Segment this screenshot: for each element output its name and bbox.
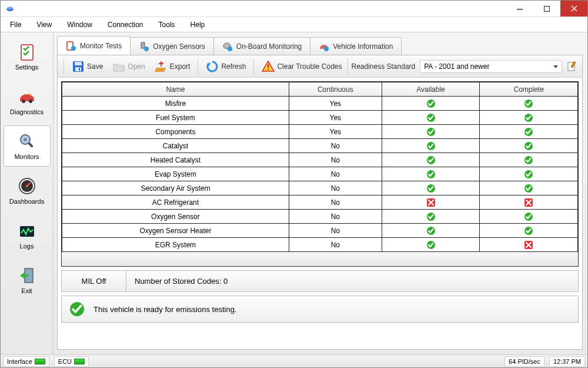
nav-exit[interactable]: Exit: [4, 260, 51, 301]
cell-continuous: Yes: [289, 125, 382, 139]
save-label: Save: [87, 62, 103, 71]
table-row[interactable]: ComponentsYes: [62, 125, 578, 139]
svg-rect-11: [28, 142, 34, 148]
export-button[interactable]: Export: [151, 58, 195, 75]
open-icon: [112, 60, 125, 73]
save-button[interactable]: Save: [68, 58, 107, 75]
table-row[interactable]: Oxygen Sensor HeaterNo: [62, 224, 578, 238]
svg-rect-35: [268, 69, 269, 70]
nav-label: Exit: [21, 287, 32, 294]
menu-window[interactable]: Window: [60, 18, 99, 31]
monitor-table: Name Continuous Available Complete Misfi…: [61, 81, 579, 267]
table-row[interactable]: AC RefrigerantNo: [62, 195, 578, 210]
close-button[interactable]: [560, 1, 587, 16]
cell-complete: [480, 181, 578, 195]
cell-complete: [480, 125, 578, 139]
cell-complete: [480, 195, 578, 210]
table-row[interactable]: MisfireYes: [62, 97, 578, 111]
cell-available: [382, 153, 480, 167]
gauge-icon: [18, 177, 36, 195]
toolbar: Save Open Export Refresh C: [58, 55, 582, 78]
col-available[interactable]: Available: [382, 82, 480, 97]
cell-complete: [480, 224, 578, 238]
table-footer: [62, 252, 578, 266]
svg-rect-34: [268, 64, 269, 68]
tab-label: On-Board Monitoring: [236, 42, 302, 51]
nav-diagnostics[interactable]: Diagnostics: [4, 81, 51, 122]
cell-continuous: No: [289, 210, 382, 224]
svg-rect-22: [141, 42, 145, 48]
edit-standard-button[interactable]: [567, 61, 579, 72]
sidebar: Settings Diagnostics Monitors Dashboards…: [1, 32, 54, 354]
cell-available: [382, 210, 480, 224]
table-row[interactable]: Fuel SystemYes: [62, 111, 578, 125]
cell-complete: [480, 153, 578, 167]
svg-point-12: [24, 138, 27, 141]
svg-point-21: [71, 46, 76, 51]
cell-continuous: No: [289, 224, 382, 238]
open-button[interactable]: Open: [108, 58, 149, 75]
cell-complete: [480, 97, 578, 111]
led-icon: [35, 359, 45, 364]
svg-marker-31: [158, 61, 164, 67]
menu-view[interactable]: View: [29, 18, 59, 31]
title-bar: [1, 1, 587, 17]
col-continuous[interactable]: Continuous: [289, 82, 382, 97]
oxygen-sensors-icon: [139, 41, 149, 52]
tab-vehicle-information[interactable]: Vehicle Information: [310, 37, 402, 55]
readiness-select[interactable]: PA - 2001 and newer: [420, 60, 562, 73]
stored-codes: Number of Stored Codes: 0: [126, 271, 578, 291]
nav-logs[interactable]: Logs: [4, 215, 51, 256]
col-name[interactable]: Name: [62, 82, 289, 97]
cell-name: AC Refrigerant: [62, 195, 289, 210]
menu-help[interactable]: Help: [183, 18, 212, 31]
cell-name: EGR System: [62, 238, 289, 252]
menu-file[interactable]: File: [3, 18, 28, 31]
minimize-button[interactable]: [506, 1, 533, 16]
car-icon: [18, 87, 36, 106]
svg-rect-30: [79, 68, 80, 71]
cell-name: Secondary Air System: [62, 181, 289, 195]
status-bar: Interface ECU 64 PID/sec 12:37 PM: [1, 354, 587, 367]
svg-point-16: [26, 185, 28, 187]
nav-monitors[interactable]: Monitors: [4, 125, 51, 167]
cell-available: [382, 167, 480, 181]
tab-bar: Monitor Tests Oxygen Sensors On-Board Mo…: [57, 36, 583, 55]
nav-settings[interactable]: Settings: [4, 36, 51, 77]
table-header-row: Name Continuous Available Complete: [62, 82, 578, 97]
nav-label: Monitors: [14, 153, 39, 160]
readiness-bar: This vehicle is ready for emissions test…: [61, 296, 579, 323]
check-icon: [69, 301, 85, 317]
refresh-icon: [206, 60, 219, 73]
export-icon: [155, 60, 168, 73]
menu-connection[interactable]: Connection: [101, 18, 151, 31]
table-row[interactable]: Evap SystemNo: [62, 167, 578, 181]
cell-name: Misfire: [62, 97, 289, 111]
refresh-button[interactable]: Refresh: [202, 58, 250, 75]
export-label: Export: [170, 62, 191, 71]
cell-available: [382, 181, 480, 195]
svg-point-7: [22, 100, 25, 103]
cell-available: [382, 195, 480, 210]
table-row[interactable]: CatalystNo: [62, 139, 578, 153]
svg-rect-2: [517, 9, 523, 10]
cell-continuous: No: [289, 153, 382, 167]
menu-tools[interactable]: Tools: [152, 18, 182, 31]
table-row[interactable]: Oxygen SensorNo: [62, 210, 578, 224]
tab-monitor-tests[interactable]: Monitor Tests: [57, 36, 131, 55]
table-row[interactable]: EGR SystemNo: [62, 238, 578, 252]
cell-name: Catalyst: [62, 139, 289, 153]
maximize-button[interactable]: [533, 1, 560, 16]
table-row[interactable]: Secondary Air SystemNo: [62, 181, 578, 195]
tab-oxygen-sensors[interactable]: Oxygen Sensors: [130, 37, 214, 55]
monitor-tests-panel: Save Open Export Refresh C: [57, 55, 583, 350]
table-row[interactable]: Heated CatalystNo: [62, 153, 578, 167]
clear-codes-button[interactable]: Clear Trouble Codes: [258, 58, 346, 75]
cell-name: Heated Catalyst: [62, 153, 289, 167]
onboard-monitoring-icon: [222, 41, 233, 52]
nav-dashboards[interactable]: Dashboards: [4, 170, 51, 211]
tab-onboard-monitoring[interactable]: On-Board Monitoring: [213, 37, 310, 55]
col-complete[interactable]: Complete: [480, 82, 578, 97]
svg-point-25: [228, 47, 232, 51]
cell-continuous: No: [289, 167, 382, 181]
